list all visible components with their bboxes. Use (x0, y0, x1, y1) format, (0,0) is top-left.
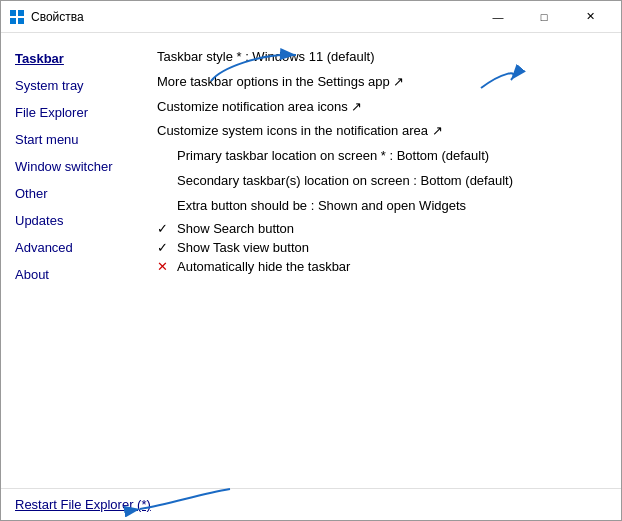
sidebar: Taskbar System tray File Explorer Start … (1, 33, 141, 488)
window-icon (9, 9, 25, 25)
sidebar-item-start-menu[interactable]: Start menu (1, 126, 141, 153)
show-search-item[interactable]: ✓ Show Search button (157, 219, 605, 238)
check-show-search-icon: ✓ (157, 221, 171, 236)
restart-file-explorer-link[interactable]: Restart File Explorer (*) (15, 497, 151, 512)
bottom-bar: Restart File Explorer (*) (1, 488, 621, 520)
window-title: Свойства (31, 10, 475, 24)
extra-button-item: Extra button should be : Shown and open … (157, 194, 605, 219)
svg-rect-2 (10, 18, 16, 24)
sidebar-item-updates[interactable]: Updates (1, 207, 141, 234)
more-taskbar-options-item[interactable]: More taskbar options in the Settings app… (157, 70, 605, 95)
taskbar-style-item: Taskbar style * : Windows 11 (default) (157, 45, 605, 70)
secondary-taskbar-location-item: Secondary taskbar(s) location on screen … (157, 169, 605, 194)
close-button[interactable]: ✕ (567, 1, 613, 33)
show-task-view-label: Show Task view button (177, 240, 309, 255)
sidebar-item-system-tray[interactable]: System tray (1, 72, 141, 99)
window-controls: — □ ✕ (475, 1, 613, 33)
sidebar-item-taskbar[interactable]: Taskbar (1, 45, 141, 72)
sidebar-item-window-switcher[interactable]: Window switcher (1, 153, 141, 180)
show-task-view-item[interactable]: ✓ Show Task view button (157, 238, 605, 257)
content-area: Taskbar System tray File Explorer Start … (1, 33, 621, 488)
svg-rect-0 (10, 10, 16, 16)
show-search-label: Show Search button (177, 221, 294, 236)
svg-rect-3 (18, 18, 24, 24)
auto-hide-item[interactable]: ✕ Automatically hide the taskbar (157, 257, 605, 276)
customize-system-icons-item[interactable]: Customize system icons in the notificati… (157, 119, 605, 144)
auto-hide-label: Automatically hide the taskbar (177, 259, 350, 274)
sidebar-item-about[interactable]: About (1, 261, 141, 288)
sidebar-item-file-explorer[interactable]: File Explorer (1, 99, 141, 126)
check-show-task-view-icon: ✓ (157, 240, 171, 255)
sidebar-item-advanced[interactable]: Advanced (1, 234, 141, 261)
customize-notification-item[interactable]: Customize notification area icons ↗ (157, 95, 605, 120)
main-content-panel: Taskbar style * : Windows 11 (default) M… (141, 33, 621, 488)
main-window: Свойства — □ ✕ Taskbar System tray File … (0, 0, 622, 521)
maximize-button[interactable]: □ (521, 1, 567, 33)
primary-taskbar-location-item: Primary taskbar location on screen * : B… (157, 144, 605, 169)
sidebar-item-other[interactable]: Other (1, 180, 141, 207)
minimize-button[interactable]: — (475, 1, 521, 33)
title-bar: Свойства — □ ✕ (1, 1, 621, 33)
cross-auto-hide-icon: ✕ (157, 259, 171, 274)
svg-rect-1 (18, 10, 24, 16)
